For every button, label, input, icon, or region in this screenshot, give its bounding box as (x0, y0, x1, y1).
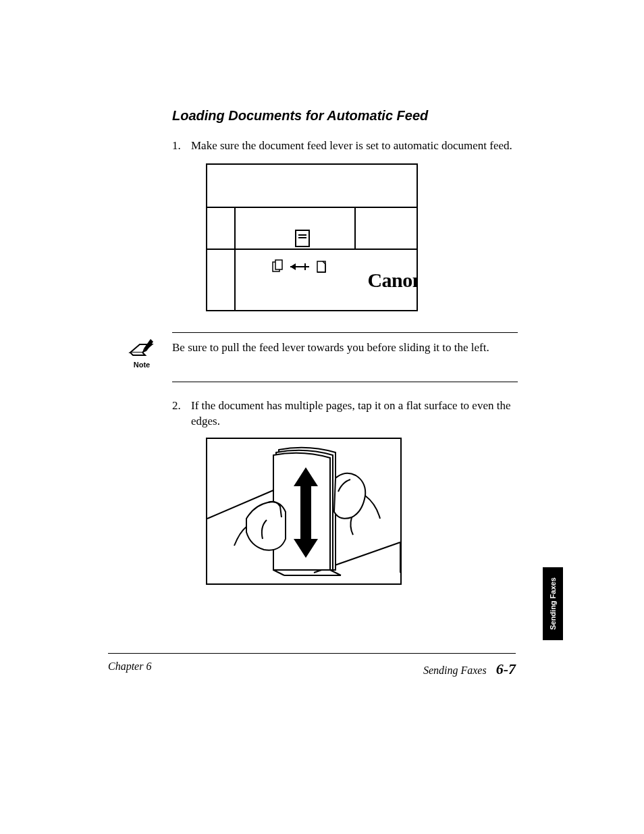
main-content: Loading Documents for Automatic Feed 1. … (172, 108, 516, 328)
footer-chapter: Chapter 6 (108, 660, 151, 678)
footer-rule (108, 653, 516, 654)
page-footer: Chapter 6 Sending Faxes 6-7 (108, 660, 516, 678)
step-2: 2. If the document has multiple pages, t… (172, 398, 516, 429)
lever-direction-icons (271, 259, 332, 278)
section-tab-label: Sending Faxes (549, 577, 557, 630)
figure-tap-pages (206, 438, 402, 585)
step-number: 1. (172, 138, 191, 154)
lever-symbols-icon (271, 259, 332, 274)
brand-logo: Canon (367, 269, 418, 292)
step-1: 1. Make sure the document feed lever is … (172, 138, 516, 154)
note-icon: Note (123, 336, 161, 369)
document-page: Loading Documents for Automatic Feed 1. … (0, 0, 644, 834)
step-text: If the document has multiple pages, tap … (191, 398, 516, 429)
step-2-block: 2. If the document has multiple pages, t… (172, 398, 516, 585)
step-number: 2. (172, 398, 191, 429)
note-label: Note (123, 361, 161, 369)
figure-feed-lever: Canon (206, 163, 418, 311)
svg-rect-1 (275, 260, 282, 269)
footer-section: Sending Faxes (423, 664, 487, 676)
note-text: Be sure to pull the feed lever towards y… (172, 332, 518, 382)
footer-right: Sending Faxes 6-7 (423, 660, 516, 678)
svg-marker-3 (290, 263, 296, 270)
feed-lever-icon (295, 230, 310, 247)
page-number: 6-7 (496, 660, 516, 677)
step-text: Make sure the document feed lever is set… (191, 138, 516, 154)
section-heading: Loading Documents for Automatic Feed (172, 108, 516, 124)
note-block: Note Be sure to pull the feed lever towa… (123, 332, 518, 382)
section-tab: Sending Faxes (543, 567, 563, 640)
